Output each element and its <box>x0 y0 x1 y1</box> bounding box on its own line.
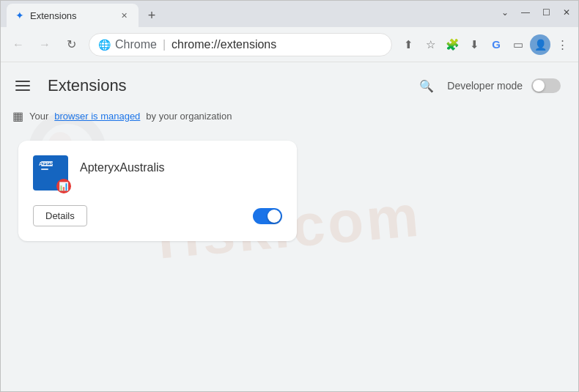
tab-label: Extensions <box>30 10 77 21</box>
extensions-header-right: 🔍 Developer mode <box>415 74 561 97</box>
search-icon[interactable]: 🔍 <box>415 74 438 97</box>
browser-window: ✦ Extensions ✕ + ⌄ — ☐ ✕ ← → ↻ 🌐 Chrome … <box>0 0 579 392</box>
extension-badge-icon: 📊 <box>56 179 71 193</box>
managed-text-after: by your organization <box>146 111 232 122</box>
toolbar-icons: ⬆ ☆ 🧩 ⬇ G ▭ 👤 ⋮ <box>398 34 572 55</box>
back-button[interactable]: ← <box>7 33 30 56</box>
sidebar-button[interactable]: ▭ <box>508 34 528 55</box>
close-button[interactable]: ✕ <box>561 7 572 18</box>
maximize-button[interactable]: ☐ <box>540 7 552 18</box>
forward-button[interactable]: → <box>33 33 56 56</box>
hamburger-line-2 <box>15 85 30 86</box>
new-tab-button[interactable]: + <box>141 5 162 26</box>
hamburger-line-3 <box>15 89 30 91</box>
extension-name: ApteryxAustralis <box>80 155 165 174</box>
share-button[interactable]: ⬆ <box>398 34 418 55</box>
extension-icon-wrapper: APPS 📊 <box>33 155 68 191</box>
tab-bar: ✦ Extensions ✕ + <box>7 1 162 27</box>
managed-link[interactable]: browser is managed <box>54 111 140 122</box>
hamburger-line-1 <box>15 81 30 82</box>
google-button[interactable]: G <box>486 34 506 55</box>
profile-button[interactable]: 👤 <box>530 34 550 55</box>
developer-mode-toggle-knob <box>533 80 545 92</box>
page-title: Extensions <box>48 76 127 95</box>
address-bar[interactable]: 🌐 Chrome | chrome://extensions <box>89 33 392 56</box>
details-button[interactable]: Details <box>33 205 87 226</box>
tab-favicon-icon: ✦ <box>15 10 24 21</box>
address-url-text: chrome://extensions <box>172 38 276 51</box>
minimize-button[interactable]: — <box>520 7 531 18</box>
managed-icon: ▦ <box>12 109 23 123</box>
extensions-header: Extensions 🔍 Developer mode <box>1 62 578 103</box>
developer-mode-toggle[interactable] <box>531 78 561 93</box>
address-separator: | <box>163 38 166 51</box>
extension-toggle[interactable] <box>253 208 282 224</box>
menu-button[interactable]: ⋮ <box>552 34 572 55</box>
extensions-tab[interactable]: ✦ Extensions ✕ <box>7 4 139 27</box>
extension-card: APPS 📊 ApteryxAustralis Details <box>18 141 297 241</box>
page-content: risk.com Extensions 🔍 Developer mode <box>1 62 578 391</box>
bookmark-button[interactable]: ☆ <box>420 34 440 55</box>
extension-card-footer: Details <box>33 205 282 226</box>
extensions-list: APPS 📊 ApteryxAustralis Details <box>1 129 578 253</box>
reload-button[interactable]: ↻ <box>59 33 83 56</box>
title-bar: ✦ Extensions ✕ + ⌄ — ☐ ✕ <box>1 1 578 27</box>
developer-mode-label: Developer mode <box>447 80 523 92</box>
extension-icon: APPS 📊 <box>33 155 68 191</box>
chevron-down-icon[interactable]: ⌄ <box>499 7 511 18</box>
extension-toggle-knob <box>268 210 281 223</box>
site-favicon-icon: 🌐 <box>98 39 111 51</box>
tab-close-icon[interactable]: ✕ <box>118 10 130 21</box>
extensions-header-left: Extensions <box>12 74 127 97</box>
browser-name-text: Chrome <box>115 38 157 51</box>
window-controls: ⌄ — ☐ ✕ <box>499 7 572 18</box>
managed-notice: ▦ Your browser is managed by your organi… <box>1 103 578 129</box>
download-button[interactable]: ⬇ <box>464 34 484 55</box>
extensions-button[interactable]: 🧩 <box>442 34 462 55</box>
managed-text-before: Your <box>29 111 48 122</box>
hamburger-menu-button[interactable] <box>12 74 36 97</box>
extension-card-header: APPS 📊 ApteryxAustralis <box>33 155 282 191</box>
nav-bar: ← → ↻ 🌐 Chrome | chrome://extensions ⬆ ☆… <box>1 27 578 62</box>
svg-text:APPS: APPS <box>39 161 53 166</box>
svg-rect-6 <box>41 169 48 170</box>
